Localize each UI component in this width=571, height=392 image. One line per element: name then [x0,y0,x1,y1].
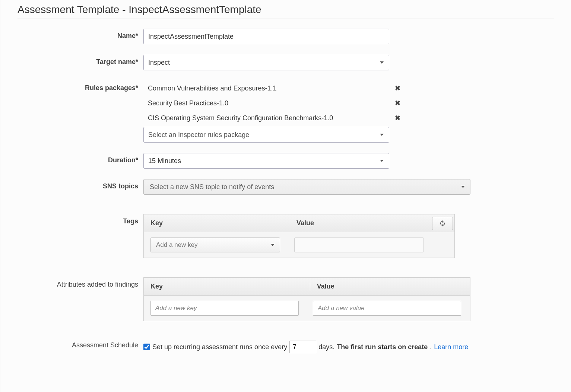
chevron-down-icon [380,160,384,162]
schedule-row: Set up recurring assessment runs once ev… [143,341,554,353]
page-title: Assessment Template - InspectAssessmentT… [18,4,554,16]
rules-item-label: CIS Operating System Security Configurat… [148,114,393,122]
chevron-down-icon [380,61,384,64]
sns-topic-select[interactable]: Select a new SNS topic to notify of even… [143,179,470,195]
schedule-days-input[interactable] [289,341,316,353]
tags-header-key: Key [144,219,290,227]
label-target-name: Target name* [18,55,143,66]
attributes-header-key: Key [144,283,310,290]
schedule-checkbox[interactable] [143,344,150,350]
rules-package-placeholder: Select an Inspector rules package [148,131,249,139]
duration-value: 15 Minutes [148,157,181,165]
attribute-key-input[interactable] [150,301,299,316]
target-name-select[interactable]: Inspect [143,55,389,70]
sns-placeholder: Select a new SNS topic to notify of even… [150,183,274,191]
target-name-value: Inspect [148,59,170,67]
tag-value-input[interactable] [294,238,424,252]
rules-item-label: Security Best Practices-1.0 [148,99,393,107]
remove-icon[interactable]: ✖ [393,99,402,107]
label-attributes: Attributes added to findings [18,277,143,289]
tags-header-value: Value [290,219,431,227]
label-duration: Duration* [18,153,143,164]
label-rules-packages: Rules packages* [18,81,143,92]
schedule-bold-text: The first run starts on create [337,343,428,351]
rules-package-select[interactable]: Select an Inspector rules package [143,127,389,143]
remove-icon[interactable]: ✖ [393,114,402,122]
tag-key-placeholder: Add a new key [156,241,198,249]
label-name: Name* [18,29,143,40]
rules-item: Common Vulnerabilities and Exposures-1.1… [143,81,402,96]
remove-icon[interactable]: ✖ [393,84,402,92]
schedule-dot: . [430,343,432,351]
schedule-text-after: days. [318,343,334,351]
chevron-down-icon [461,186,465,188]
label-schedule: Assessment Schedule [18,341,143,349]
rules-item: CIS Operating System Security Configurat… [143,111,402,125]
attributes-header-value: Value [310,283,470,290]
rules-item: Security Best Practices-1.0 ✖ [143,96,402,111]
chevron-down-icon [380,134,384,136]
refresh-button[interactable] [432,217,453,230]
rules-item-label: Common Vulnerabilities and Exposures-1.1 [148,85,393,92]
refresh-icon [439,220,446,227]
label-sns-topics: SNS topics [18,179,143,190]
label-tags: Tags [18,214,143,225]
attribute-value-input[interactable] [313,301,461,316]
tag-key-select[interactable]: Add a new key [150,238,280,252]
tags-table: Key Value Add a new key [143,214,455,258]
name-input[interactable] [143,29,389,44]
attributes-table: Key Value [143,277,470,321]
learn-more-link[interactable]: Learn more [434,343,468,351]
duration-select[interactable]: 15 Minutes [143,153,389,169]
chevron-down-icon [271,244,275,246]
schedule-text-before: Set up recurring assessment runs once ev… [152,343,287,351]
